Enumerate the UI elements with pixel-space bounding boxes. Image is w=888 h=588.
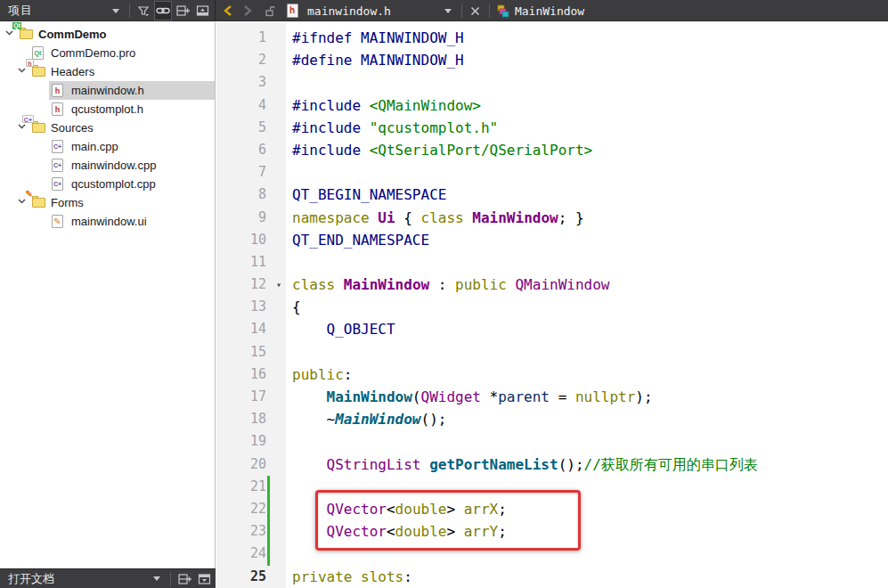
- code-text: namespace Ui { class MainWindow; }: [292, 207, 584, 229]
- code-line: 4#include <QMainWindow>: [216, 94, 888, 117]
- tree-item-CommDemo[interactable]: QtCommDemo: [0, 25, 215, 44]
- back-chevron-icon: [223, 4, 233, 17]
- go-forward-button[interactable]: [239, 1, 257, 20]
- tree-item-label: main.cpp: [71, 140, 118, 153]
- cpp-file-icon: C+: [52, 177, 63, 191]
- code-editor[interactable]: 1#ifndef MAINWINDOW_H2#define MAINWINDOW…: [216, 22, 888, 588]
- line-number: 7: [216, 161, 266, 184]
- tree-item-Headers[interactable]: hHeaders: [0, 62, 215, 81]
- split-pane-button[interactable]: [174, 1, 191, 20]
- code-text: QStringList getPortNameList();//获取所有可用的串…: [292, 453, 758, 476]
- code-line: 9namespace Ui { class MainWindow; }: [216, 207, 888, 229]
- tree-item-label: CommDemo.pro: [51, 46, 135, 60]
- tree-item-main-cpp[interactable]: C+main.cpp: [0, 137, 215, 156]
- line-number: 22: [216, 498, 266, 520]
- code-line: 25private slots:: [216, 566, 888, 588]
- link-icon: [156, 4, 170, 17]
- tree-item-mainwindow-ui[interactable]: ✎mainwindow.ui: [0, 212, 215, 231]
- code-line: 12▾class MainWindow : public QMainWindow: [216, 274, 888, 296]
- line-number: 21: [216, 476, 266, 498]
- cpp-file-icon: C+: [52, 159, 63, 172]
- code-line: 13{: [216, 296, 888, 318]
- code-text: private slots:: [292, 566, 412, 588]
- code-line: 5#include "qcustomplot.h": [216, 117, 888, 139]
- code-line: 18 ~MainWindow();: [216, 408, 888, 430]
- h-file-icon: h: [52, 84, 63, 97]
- line-number: 19: [216, 430, 266, 453]
- chevron-down-icon[interactable]: [18, 124, 26, 129]
- tree-item-label: mainwindow.ui: [71, 215, 147, 228]
- line-number: 1: [216, 27, 266, 49]
- line-number: 5: [216, 117, 266, 139]
- filter-button[interactable]: [134, 1, 152, 20]
- chevron-down-icon: [112, 9, 119, 13]
- tree-item-label: qcustomplot.h: [71, 102, 143, 116]
- code-line: 1#ifndef MAINWINDOW_H: [216, 27, 888, 49]
- code-line: 19: [216, 430, 888, 453]
- code-line: 17 MainWindow(QWidget *parent = nullptr)…: [216, 386, 888, 408]
- forward-chevron-icon: [242, 4, 253, 17]
- chevron-down-icon[interactable]: [5, 30, 13, 36]
- symbol-selector[interactable]: MainWindow: [515, 4, 584, 18]
- funnel-icon: [137, 4, 150, 17]
- line-number: 17: [216, 386, 266, 408]
- open-file-tab[interactable]: mainwindow.h: [307, 4, 391, 18]
- line-number: 13: [216, 296, 266, 318]
- split-icon: [176, 4, 190, 17]
- code-text: #include <QMainWindow>: [292, 94, 481, 117]
- code-line: 10QT_END_NAMESPACE: [216, 229, 888, 251]
- tree-item-label: Headers: [51, 65, 94, 78]
- code-line: 7: [216, 161, 888, 184]
- ui-file-icon: ✎: [52, 215, 63, 228]
- document-dropdown[interactable]: [439, 1, 457, 20]
- chevron-down-icon[interactable]: [18, 68, 26, 73]
- line-number: 16: [216, 363, 266, 386]
- tree-item-label: mainwindow.cpp: [71, 159, 156, 172]
- close-document-button[interactable]: [467, 1, 485, 20]
- tree-item-mainwindow-cpp[interactable]: C+mainwindow.cpp: [0, 156, 215, 175]
- class-symbol-icon: [496, 4, 509, 18]
- top-toolbar: 项目: [0, 0, 888, 21]
- project-tree-panel: QtCommDemoQtCommDemo.prohHeadershmainwin…: [0, 22, 216, 568]
- change-bar: [267, 498, 270, 520]
- code-line: 23 QVector<double> arrY;: [216, 520, 888, 543]
- code-line: 20 QStringList getPortNameList();//获取所有可…: [216, 453, 888, 476]
- code-text: QT_BEGIN_NAMESPACE: [292, 184, 446, 206]
- file-lock-button[interactable]: [261, 1, 279, 20]
- h-file-icon: h: [52, 102, 63, 116]
- split-docbar-button[interactable]: [175, 569, 193, 588]
- line-number: 9: [216, 207, 266, 229]
- code-text: QVector<double> arrY;: [292, 520, 507, 543]
- line-number: 3: [216, 71, 266, 94]
- chevron-down-icon[interactable]: [18, 199, 26, 204]
- code-line: 15: [216, 341, 888, 363]
- tree-item-mainwindow-h[interactable]: hmainwindow.h: [0, 81, 215, 100]
- tree-item-Forms[interactable]: ✎Forms: [0, 193, 215, 212]
- line-number: 8: [216, 184, 266, 206]
- code-text: #include <QtSerialPort/QSerialPort>: [292, 139, 592, 161]
- project-selector-dropdown[interactable]: [107, 1, 125, 20]
- chevron-down-icon: [153, 576, 160, 581]
- line-number: 6: [216, 139, 266, 161]
- project-tree: QtCommDemoQtCommDemo.prohHeadershmainwin…: [0, 22, 215, 231]
- open-documents-dropdown[interactable]: [148, 569, 166, 588]
- code-text: #ifndef MAINWINDOW_H: [292, 27, 464, 49]
- change-bar: [267, 476, 270, 498]
- line-number: 24: [216, 543, 266, 565]
- editor-toolbar: h mainwindow.h MainWindow: [216, 0, 888, 21]
- code-text: public:: [292, 363, 352, 386]
- close-docbar-button[interactable]: [195, 569, 213, 588]
- code-text: MainWindow(QWidget *parent = nullptr);: [292, 386, 653, 408]
- close-pane-button[interactable]: [193, 1, 211, 20]
- line-number: 25: [216, 566, 266, 588]
- fold-marker-icon[interactable]: ▾: [272, 274, 286, 296]
- code-line: 16public:: [216, 363, 888, 386]
- line-number: 15: [216, 341, 266, 363]
- code-line: 22 QVector<double> arrX;: [216, 498, 888, 520]
- change-bar: [267, 520, 270, 543]
- code-line: 24: [216, 543, 888, 565]
- sync-with-editor-button[interactable]: [154, 1, 172, 20]
- tree-item-Sources[interactable]: C+Sources: [0, 118, 215, 137]
- go-back-button[interactable]: [219, 1, 237, 20]
- split-icon: [178, 573, 191, 585]
